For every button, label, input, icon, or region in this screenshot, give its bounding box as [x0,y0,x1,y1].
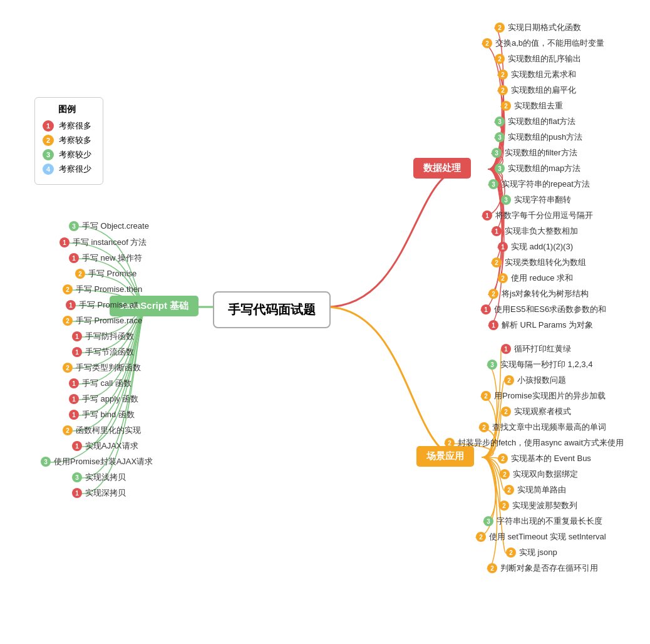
leaf-badge: 1 [498,242,508,252]
leaf-badge: 2 [492,257,502,267]
leaf-text: 手写 Promise.all [79,299,138,311]
leaf-text: 循环打印红黄绿 [514,343,571,355]
leaf-badge: 1 [66,300,76,310]
leaf-badge: 2 [501,101,511,111]
leaf-badge: 3 [483,516,493,526]
leaf-item: 3 使用Promise封装AJAX请求 [41,456,153,467]
leaf-item: 2 手写 Promise.then [63,284,142,295]
leaf-item: 2 实现日期格式化函数 [495,22,581,33]
leaf-badge: 2 [487,563,497,573]
center-node: 手写代码面试题 [213,291,331,328]
legend-item-2: 2 考察较多 [43,135,91,146]
leaf-badge: 2 [498,454,508,464]
leaf-text: 实现浅拷贝 [85,472,126,483]
leaf-badge: 2 [498,70,508,80]
leaf-text: 实现简单路由 [517,484,566,496]
leaf-item: 1 循环打印红黄绿 [501,343,571,355]
leaf-text: 手写 call 函数 [82,378,132,389]
legend: 图例 1 考察很多 2 考察较多 3 考察较少 4 考察很少 [34,97,103,185]
leaf-badge: 2 [481,391,491,401]
leaf-text: 实现数组的flat方法 [508,116,575,127]
leaf-text: 判断对象是否存在循环引用 [500,563,598,574]
leaf-text: 用Promise实现图片的异步加载 [494,390,606,402]
leaf-item: 3 字符串出现的不重复最长长度 [483,516,602,527]
leaf-badge: 2 [75,269,85,279]
leaf-badge: 2 [498,273,508,283]
leaf-badge: 2 [63,316,73,326]
leaf-item: 1 手写 call 函数 [69,378,132,389]
leaf-badge: 2 [63,363,73,373]
legend-badge-2: 2 [43,135,54,146]
leaf-badge: 1 [501,344,511,354]
leaf-badge: 2 [63,284,73,294]
leaf-item: 1 手写 instanceof 方法 [59,237,147,248]
leaf-text: 实现基本的 Event Bus [511,453,591,464]
leaf-item: 2 手写类型判断函数 [63,362,141,373]
leaf-text: 手写 instanceof 方法 [73,237,147,248]
leaf-badge: 3 [495,164,505,174]
leaf-text: 小孩报数问题 [517,375,566,386]
leaf-badge: 1 [72,441,82,451]
leaf-badge: 2 [499,501,509,511]
leaf-item: 1 手写防抖函数 [72,331,134,342]
leaf-badge: 2 [476,532,486,542]
leaf-badge: 2 [498,85,508,95]
leaf-badge: 2 [501,407,511,417]
center-label: 手写代码面试题 [228,303,316,316]
leaf-text: 手写 bind 函数 [82,409,135,420]
leaf-text: 实现观察者模式 [514,406,571,417]
leaf-item: 2 实现基本的 Event Bus [498,453,591,464]
leaf-text: 手写 Object.create [82,221,149,232]
legend-item-4: 4 考察很少 [43,164,91,175]
leaf-badge: 1 [59,237,70,247]
branch-data: 数据处理 [413,158,471,179]
leaf-item: 3 实现每隔一秒打印 1,2,3,4 [487,359,592,370]
leaf-item: 2 实现数组元素求和 [498,69,576,80]
leaf-badge: 2 [500,469,510,479]
leaf-badge: 1 [481,304,491,314]
leaf-badge: 1 [492,226,502,236]
leaf-item: 2 实现简单路由 [504,484,566,496]
leaf-badge: 2 [504,375,514,385]
leaf-item: 2 实现数组去重 [501,100,563,112]
leaf-badge: 2 [495,23,505,33]
leaf-badge: 3 [487,360,497,370]
leaf-badge: 2 [504,485,514,495]
leaf-badge: 2 [506,548,516,558]
leaf-badge: 3 [501,195,511,205]
leaf-item: 1 实现深拷贝 [72,487,126,499]
leaf-text: 实现非负大整数相加 [505,226,578,237]
leaf-badge: 3 [72,472,82,482]
leaf-badge: 2 [495,54,505,64]
leaf-item: 2 函数柯里化的实现 [63,425,141,436]
leaf-badge: 1 [72,347,82,357]
leaf-badge: 3 [492,148,502,158]
leaf-text: 实现数组元素求和 [511,69,576,80]
leaf-text: 实现双向数据绑定 [513,469,578,480]
leaf-text: 字符串出现的不重复最长长度 [497,516,602,527]
leaf-item: 1 手写 new 操作符 [69,252,142,264]
leaf-badge: 3 [495,117,505,127]
legend-label-1: 考察很多 [59,120,91,132]
leaf-text: 封装异步的fetch，使用async await方式来使用 [458,437,624,449]
leaf-text: 实现 jsonp [519,547,557,558]
leaf-badge: 1 [482,210,492,221]
leaf-text: 手写 Promise [88,268,137,279]
leaf-item: 2 判断对象是否存在循环引用 [487,563,598,574]
leaf-item: 1 将数字每千分位用逗号隔开 [482,210,593,221]
leaf-text: 实现字符串翻转 [514,194,571,205]
legend-label-4: 考察很少 [59,164,91,175]
leaf-text: 查找文章中出现频率最高的单词 [492,422,606,433]
leaf-item: 2 实现数组的乱序输出 [495,53,581,65]
legend-label-2: 考察较多 [59,135,91,146]
leaf-text: 手写节流函数 [85,346,134,358]
leaf-text: 手写 apply 函数 [82,393,138,405]
leaf-badge: 1 [488,320,498,330]
leaf-item: 2 实现斐波那契数列 [499,500,577,511]
leaf-text: 实现数组的乱序输出 [508,53,581,65]
legend-item-3: 3 考察较少 [43,149,91,160]
leaf-item: 3 实现浅拷贝 [72,472,126,483]
leaf-text: 实现数组的map方法 [508,163,580,174]
leaf-text: 使用ES5和ES6求函数参数的和 [494,304,606,315]
leaf-item: 2 实现 jsonp [506,547,557,558]
